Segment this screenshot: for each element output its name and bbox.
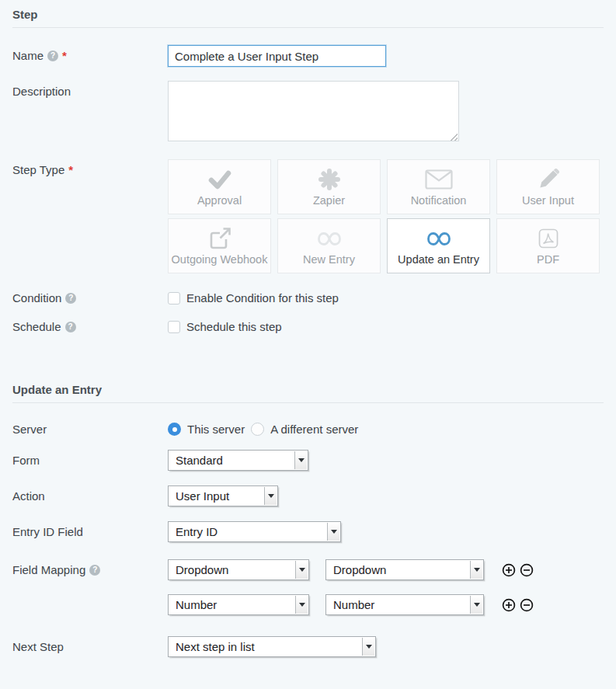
mapping-target-select-0[interactable]: Dropdown (325, 559, 484, 580)
name-row: Name ? * (12, 45, 604, 67)
step-type-option-outgoing-webhook[interactable]: Outgoing Webhook (168, 218, 271, 273)
entry-id-field-label: Entry ID Field (12, 521, 168, 538)
description-textarea[interactable] (168, 81, 459, 141)
field-mapping-row: Field Mapping ? Dropdown Dropdown (12, 559, 604, 615)
description-row: Description (12, 81, 604, 144)
entry-id-select[interactable]: Entry ID (168, 521, 341, 542)
condition-checkbox[interactable] (168, 292, 180, 304)
name-input[interactable] (168, 45, 386, 67)
step-type-option-pdf[interactable]: PDF (496, 218, 600, 273)
chevron-down-icon (470, 596, 482, 614)
mapping-target-select-1[interactable]: Number (325, 594, 484, 615)
radio-a-different-server[interactable] (251, 423, 264, 436)
help-icon[interactable]: ? (47, 50, 58, 61)
action-select[interactable]: User Input (168, 485, 278, 506)
condition-label: Condition ? (12, 291, 168, 304)
step-type-grid: Approval Zapier Notifi (168, 159, 600, 273)
entry-id-field-row: Entry ID Field Entry ID (12, 521, 604, 542)
radio-this-server-label[interactable]: This server (187, 423, 245, 436)
pencil-icon (538, 160, 559, 194)
schedule-checkbox[interactable] (168, 321, 180, 333)
schedule-row: Schedule ? Schedule this step (12, 319, 604, 333)
radio-this-server[interactable] (168, 423, 181, 436)
envelope-icon (425, 160, 453, 194)
radio-a-different-server-label[interactable]: A different server (270, 423, 358, 436)
server-label: Server (12, 422, 168, 436)
required-asterisk: * (62, 49, 67, 62)
chevron-down-icon (327, 523, 339, 541)
action-row: Action User Input (12, 485, 604, 506)
schedule-label: Schedule ? (12, 319, 168, 333)
infinity-icon (426, 219, 451, 253)
mapping-source-select-1[interactable]: Number (168, 594, 309, 615)
chevron-down-icon (295, 596, 308, 614)
next-step-row: Next Step Next step in list (12, 636, 604, 657)
description-label: Description (12, 81, 168, 98)
required-asterisk: * (68, 163, 73, 176)
step-type-option-notification[interactable]: Notification (387, 159, 490, 214)
step-type-label: Step Type * (12, 159, 168, 176)
form-select[interactable]: Standard (168, 450, 308, 471)
next-step-select[interactable]: Next step in list (168, 636, 376, 657)
external-link-icon (208, 219, 231, 253)
mapping-source-select-0[interactable]: Dropdown (168, 559, 309, 580)
form-label: Form (12, 450, 168, 467)
chevron-down-icon (470, 561, 482, 579)
step-type-option-new-entry[interactable]: New Entry (277, 218, 381, 273)
action-label: Action (12, 485, 168, 503)
chevron-down-icon (362, 638, 374, 656)
remove-mapping-icon[interactable] (520, 563, 534, 577)
next-step-label: Next Step (12, 636, 168, 653)
remove-mapping-icon[interactable] (520, 598, 534, 612)
mapping-row: Number Number (168, 594, 534, 615)
update-section-title: Update an Entry (12, 381, 604, 403)
step-type-option-update-an-entry[interactable]: Update an Entry (387, 218, 490, 273)
form-row: Form Standard (12, 450, 604, 471)
step-type-option-approval[interactable]: Approval (168, 159, 271, 214)
condition-checkbox-label[interactable]: Enable Condition for this step (186, 291, 339, 304)
help-icon[interactable]: ? (65, 322, 76, 332)
help-icon[interactable]: ? (89, 565, 100, 576)
check-icon (208, 160, 231, 194)
chevron-down-icon (294, 451, 307, 469)
step-section-title: Step (12, 6, 604, 28)
add-mapping-icon[interactable] (502, 598, 516, 612)
infinity-icon (317, 219, 342, 253)
step-type-option-user-input[interactable]: User Input (496, 159, 600, 214)
add-mapping-icon[interactable] (502, 563, 516, 577)
help-icon[interactable]: ? (65, 293, 76, 304)
schedule-checkbox-label[interactable]: Schedule this step (186, 320, 282, 333)
chevron-down-icon (295, 561, 308, 579)
field-mapping-label: Field Mapping ? (12, 559, 168, 576)
step-type-row: Step Type * Approval Zapier (12, 159, 604, 273)
workflow-step-form: Step Name ? * Description Step Type * (0, 0, 616, 657)
zapier-asterisk-icon (318, 160, 341, 194)
step-type-option-zapier[interactable]: Zapier (277, 159, 381, 214)
pdf-icon (537, 219, 560, 253)
mapping-row: Dropdown Dropdown (168, 559, 534, 580)
server-row: Server This server A different server (12, 422, 604, 436)
condition-row: Condition ? Enable Condition for this st… (12, 291, 604, 304)
name-label: Name ? * (12, 45, 168, 62)
chevron-down-icon (264, 487, 277, 505)
